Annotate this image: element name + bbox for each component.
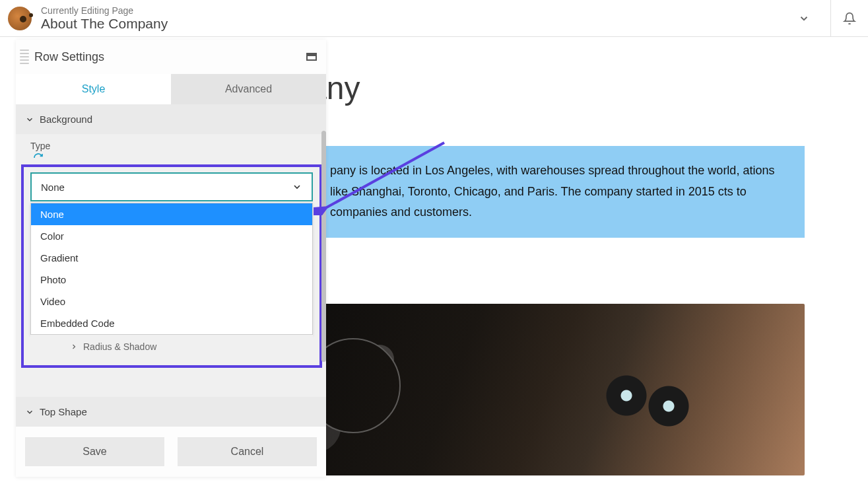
app-logo (8, 7, 32, 30)
resize-icon[interactable] (306, 53, 317, 61)
page-title: About The Company (41, 16, 791, 32)
section-radius-shadow[interactable]: Radius & Shadow (30, 335, 313, 359)
field-type-label: Type (30, 141, 317, 151)
type-option-color[interactable]: Color (31, 225, 312, 247)
panel-title: Row Settings (34, 50, 306, 64)
row-settings-panel: Row Settings Style Advanced Background T… (16, 40, 326, 477)
section-background-label: Background (40, 114, 92, 125)
panel-body: Background Type None None Color Gradient (16, 104, 326, 427)
panel-scrollbar[interactable] (321, 131, 326, 362)
section-background[interactable]: Background (16, 104, 326, 134)
chevron-right-icon (70, 343, 78, 351)
type-option-photo[interactable]: Photo (31, 269, 312, 291)
preview-paragraph: pany is located in Los Angeles, with war… (330, 164, 774, 219)
notifications-button[interactable] (831, 0, 868, 37)
section-radius-shadow-label: Radius & Shadow (83, 341, 156, 352)
chevron-down-icon (25, 115, 34, 124)
page-dropdown-toggle[interactable] (791, 5, 817, 32)
bell-icon (843, 12, 856, 25)
tab-advanced[interactable]: Advanced (171, 74, 326, 104)
chevron-down-icon (292, 182, 302, 192)
page-info: Currently Editing Page About The Company (41, 5, 791, 32)
type-dropdown-highlight: None None Color Gradient Photo Video Emb… (21, 164, 322, 368)
chevron-down-icon (25, 407, 34, 417)
type-option-none[interactable]: None (31, 203, 312, 225)
editing-label: Currently Editing Page (41, 5, 791, 16)
chevron-down-icon (798, 13, 810, 24)
type-option-embedded-code[interactable]: Embedded Code (31, 312, 312, 334)
type-option-video[interactable]: Video (31, 291, 312, 312)
panel-header[interactable]: Row Settings (16, 40, 326, 74)
panel-footer: Save Cancel (16, 427, 326, 477)
tab-style[interactable]: Style (16, 74, 171, 104)
type-option-gradient[interactable]: Gradient (31, 247, 312, 269)
section-top-shape-label: Top Shape (40, 406, 87, 417)
type-select-value: None (41, 182, 65, 193)
section-top-shape[interactable]: Top Shape (16, 397, 326, 427)
save-button[interactable]: Save (25, 437, 164, 466)
refresh-icon[interactable] (33, 153, 44, 163)
panel-tabs: Style Advanced (16, 74, 326, 104)
type-select-list: None Color Gradient Photo Video Embedded… (30, 203, 313, 335)
top-bar: Currently Editing Page About The Company (0, 0, 868, 37)
cancel-button[interactable]: Cancel (178, 437, 317, 466)
drag-handle-icon[interactable] (20, 46, 29, 67)
background-type-field: Type None None Color Gradient Photo Vide… (16, 134, 326, 381)
type-select-trigger[interactable]: None (30, 172, 313, 201)
